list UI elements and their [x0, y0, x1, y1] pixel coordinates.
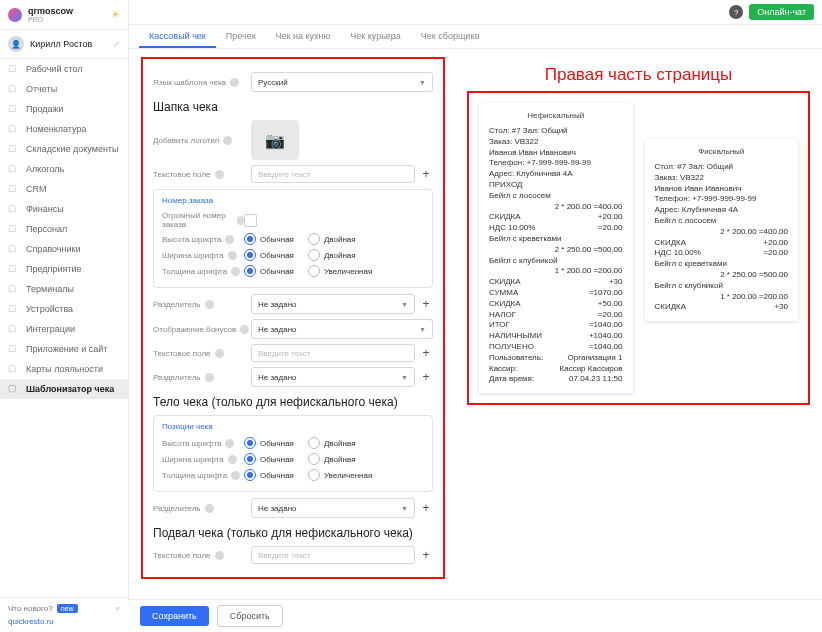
- radio-option[interactable]: Двойная: [308, 453, 356, 465]
- plus-icon[interactable]: +: [419, 501, 433, 515]
- radio-option[interactable]: Обычная: [244, 437, 294, 449]
- sidebar-item[interactable]: ▢Рабочий стол: [0, 59, 128, 79]
- info-icon[interactable]: [215, 170, 224, 179]
- bonus-select[interactable]: Не задано▼: [251, 319, 433, 339]
- receipt-total-row: НАЛИЧНЫМИ+1040.00: [489, 331, 623, 342]
- text-input[interactable]: [251, 165, 415, 183]
- sidebar-item[interactable]: ▢Складские документы: [0, 139, 128, 159]
- radio-label: Ширина шрифта: [162, 251, 224, 260]
- sidebar-item[interactable]: ▢Устройства: [0, 299, 128, 319]
- info-icon[interactable]: [223, 136, 232, 145]
- sidebar-item[interactable]: ▢Предприятие: [0, 259, 128, 279]
- info-icon[interactable]: [215, 551, 224, 560]
- radio-option[interactable]: Увеличенная: [308, 469, 372, 481]
- huge-no-checkbox[interactable]: [244, 214, 257, 227]
- sidebar-item[interactable]: ▢Номенклатура: [0, 119, 128, 139]
- radio-option[interactable]: Обычная: [244, 453, 294, 465]
- radio-label: Толщина шрифта: [162, 471, 227, 480]
- site-link[interactable]: quickresto.ru: [8, 617, 120, 626]
- tab[interactable]: Пречек: [216, 25, 266, 48]
- nav-label: Продажи: [26, 104, 64, 114]
- nav-label: Интеграции: [26, 324, 75, 334]
- receipt-item-row: НДС 10.00%=20.00: [655, 248, 789, 259]
- text-input[interactable]: [251, 546, 415, 564]
- separator-select[interactable]: Не задано▼: [251, 294, 415, 314]
- radio-icon: [244, 469, 256, 481]
- save-button[interactable]: Сохранить: [140, 606, 209, 626]
- section-body: Тело чека (только для нефискального чека…: [153, 395, 433, 409]
- tab[interactable]: Чек курьера: [340, 25, 411, 48]
- sidebar-item[interactable]: ▢Карты лояльности: [0, 359, 128, 379]
- plus-icon[interactable]: +: [419, 548, 433, 562]
- radio-option[interactable]: Двойная: [308, 249, 356, 261]
- radio-option[interactable]: Увеличенная: [308, 265, 372, 277]
- tab[interactable]: Чек на кухню: [266, 25, 341, 48]
- receipt-item-row: СКИДКА+30: [655, 302, 789, 313]
- plus-icon[interactable]: +: [419, 167, 433, 181]
- sun-icon[interactable]: ☀: [111, 9, 120, 20]
- help-icon[interactable]: ?: [729, 5, 743, 19]
- sidebar-item[interactable]: ▢Приложение и сайт: [0, 339, 128, 359]
- separator-select[interactable]: Не задано▼: [251, 367, 415, 387]
- online-chat-button[interactable]: Онлайн-чат: [749, 4, 814, 20]
- radio-icon: [244, 453, 256, 465]
- info-icon[interactable]: [240, 325, 249, 334]
- info-icon[interactable]: [205, 373, 214, 382]
- receipt-line: Иванов Иван Иванович: [655, 184, 789, 195]
- user-block[interactable]: 👤 Кирилл Ростов ⤢: [0, 30, 128, 59]
- tab[interactable]: Чек сборщика: [411, 25, 490, 48]
- radio-option[interactable]: Обычная: [244, 265, 294, 277]
- info-icon[interactable]: [237, 216, 244, 225]
- info-icon[interactable]: [225, 439, 234, 448]
- sidebar-item[interactable]: ▢Алкоголь: [0, 159, 128, 179]
- sidebar-item[interactable]: ▢Справочники: [0, 239, 128, 259]
- receipt-item-row: 2 * 200.00 =400.00: [655, 227, 789, 238]
- tab[interactable]: Кассовый чек: [139, 25, 216, 48]
- radio-option[interactable]: Обычная: [244, 233, 294, 245]
- sidebar-item[interactable]: ▢Терминалы: [0, 279, 128, 299]
- whats-new-link[interactable]: Что нового?: [8, 604, 53, 613]
- app-logo: [8, 8, 22, 22]
- sidebar-item[interactable]: ▢Финансы: [0, 199, 128, 219]
- separator-select[interactable]: Не задано▼: [251, 498, 415, 518]
- plus-icon[interactable]: +: [419, 297, 433, 311]
- info-icon[interactable]: [205, 504, 214, 513]
- info-icon[interactable]: [205, 300, 214, 309]
- info-icon[interactable]: [228, 251, 237, 260]
- reset-button[interactable]: Сбросить: [217, 605, 283, 627]
- radio-icon: [308, 249, 320, 261]
- plus-icon[interactable]: +: [419, 370, 433, 384]
- info-icon[interactable]: [225, 235, 234, 244]
- label-text-field: Текстовое поле: [153, 170, 211, 179]
- logo-dropzone[interactable]: 📷: [251, 120, 299, 160]
- sidebar-item[interactable]: ▢CRM: [0, 179, 128, 199]
- sidebar-item[interactable]: ▢Интеграции: [0, 319, 128, 339]
- text-input[interactable]: [251, 344, 415, 362]
- radio-option[interactable]: Обычная: [244, 469, 294, 481]
- collapse-icon[interactable]: «: [116, 604, 120, 613]
- chevron-down-icon: ▼: [419, 79, 426, 86]
- sidebar-item[interactable]: ▢Отчеты: [0, 79, 128, 99]
- radio-option[interactable]: Двойная: [308, 437, 356, 449]
- chevron-down-icon: ▼: [401, 301, 408, 308]
- info-icon[interactable]: [215, 349, 224, 358]
- account-block[interactable]: qrmoscow PRO ☀: [0, 0, 128, 30]
- section-header: Шапка чека: [153, 100, 433, 114]
- nav-icon: ▢: [8, 363, 20, 375]
- receipt-item-name: Бейгл с креветками: [489, 234, 623, 245]
- plus-icon[interactable]: +: [419, 346, 433, 360]
- nav-label: Отчеты: [26, 84, 57, 94]
- expand-icon[interactable]: ⤢: [113, 40, 120, 49]
- sidebar-item[interactable]: ▢Продажи: [0, 99, 128, 119]
- info-icon[interactable]: [230, 78, 239, 87]
- radio-option[interactable]: Обычная: [244, 249, 294, 261]
- lang-select[interactable]: Русский▼: [251, 72, 433, 92]
- sidebar-item[interactable]: ▢Шаблонизатор чека: [0, 379, 128, 399]
- receipt-line: Адрес: Клубничная 4А: [489, 169, 623, 180]
- info-icon[interactable]: [228, 455, 237, 464]
- info-icon[interactable]: [231, 267, 240, 276]
- left-panel: Левая часть страницы Язык шаблона чека Р…: [141, 57, 445, 579]
- radio-option[interactable]: Двойная: [308, 233, 356, 245]
- info-icon[interactable]: [231, 471, 240, 480]
- sidebar-item[interactable]: ▢Персонал: [0, 219, 128, 239]
